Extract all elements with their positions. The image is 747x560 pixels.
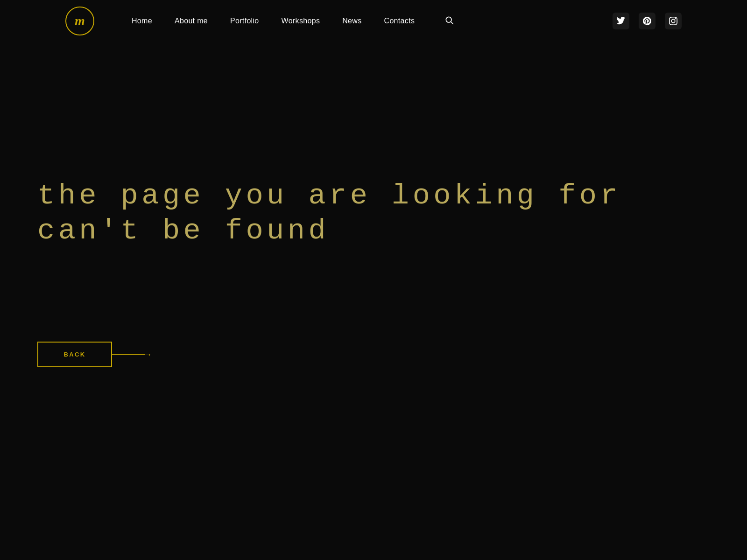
arrow-head-icon: → xyxy=(143,350,152,359)
not-found-heading: the page you are looking for can't be fo… xyxy=(37,179,710,248)
back-button[interactable]: BACK xyxy=(37,342,112,367)
main-content: the page you are looking for can't be fo… xyxy=(0,14,747,532)
back-button-container: BACK → xyxy=(37,342,187,367)
arrow-line xyxy=(112,354,145,355)
back-arrow: → xyxy=(112,350,152,359)
